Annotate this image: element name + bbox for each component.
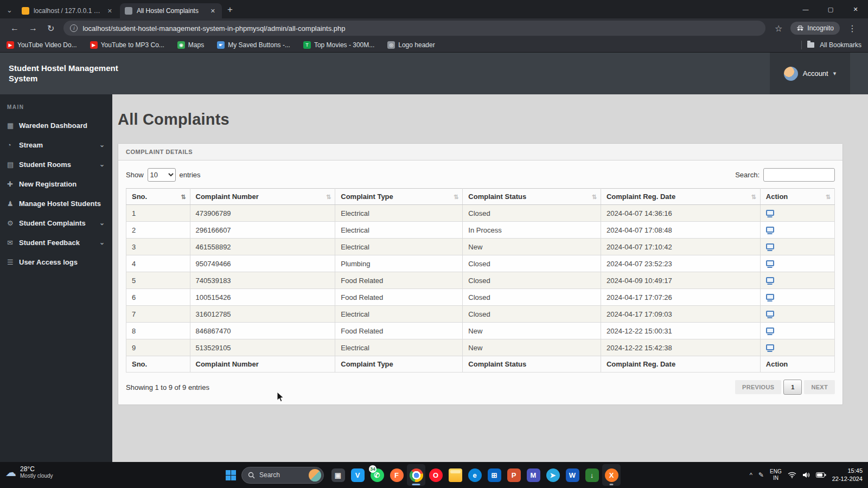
tab-close-icon[interactable]: ✕	[209, 7, 217, 15]
office-icon[interactable]: M	[524, 464, 542, 486]
view-complaint-icon[interactable]	[766, 311, 774, 317]
tab-phpmyadmin[interactable]: localhost / 127.0.0.1 / hostel | p... ✕	[17, 3, 119, 18]
chrome-icon[interactable]	[407, 464, 425, 486]
maximize-button[interactable]: ▢	[818, 0, 843, 18]
sidebar-item-wareden-dashboard[interactable]: ▦Wareden Dashboard	[0, 115, 112, 135]
sidebar-item-stream[interactable]: ◔Stream⌄	[0, 135, 112, 155]
cell: Food Related	[335, 272, 463, 289]
close-button[interactable]: ✕	[843, 0, 868, 18]
tab-all-complaints[interactable]: All Hostel Complaints ✕	[120, 3, 222, 18]
idm-icon[interactable]: ↓	[583, 464, 601, 486]
incognito-label: Incognito	[807, 24, 834, 32]
taskbar-search[interactable]: Search	[241, 467, 324, 484]
start-button[interactable]	[221, 464, 240, 486]
sidebar-item-label: Manage Hostel Students	[19, 200, 105, 208]
view-complaint-icon[interactable]	[766, 344, 774, 350]
battery-icon[interactable]	[816, 472, 826, 478]
column-header-complaint-number[interactable]: Complaint Number⇅	[190, 189, 335, 205]
column-header-label: Complaint Status	[468, 192, 526, 201]
bookmark-item-logo-header[interactable]: ◎Logo header	[387, 41, 435, 49]
footer-header-sno: Sno.	[126, 356, 190, 373]
reload-button[interactable]: ↻	[47, 23, 54, 34]
cell: 9	[126, 339, 190, 356]
incognito-badge: Incognito	[790, 22, 840, 35]
file-explorer-icon[interactable]	[446, 464, 464, 486]
logs-icon: ☰	[7, 258, 19, 266]
pen-icon[interactable]: ✎	[758, 471, 764, 479]
sidebar-item-student-feedback[interactable]: ✉Student Feedback⌄	[0, 233, 112, 252]
ms-store-icon[interactable]: ⊞	[485, 464, 503, 486]
view-complaint-icon[interactable]	[766, 210, 774, 216]
cell: New	[463, 239, 601, 255]
bookmark-item-my-saved-buttons[interactable]: ☛My Saved Buttons -...	[217, 41, 290, 49]
volume-icon[interactable]	[802, 472, 810, 478]
cell: 2024-04-07 23:52:23	[601, 255, 760, 272]
bookmark-item-youtube-to-mp3-co[interactable]: ▶YouTube to MP3 Co...	[90, 41, 164, 49]
view-complaint-icon[interactable]	[766, 328, 774, 333]
language-indicator[interactable]: ENG IN	[770, 468, 782, 482]
cell-action	[760, 306, 834, 323]
column-header-complaint-status[interactable]: Complaint Status⇅	[463, 189, 601, 205]
view-complaint-icon[interactable]	[766, 227, 774, 233]
view-complaint-icon[interactable]	[766, 243, 774, 249]
sidebar-section-label: MAIN	[0, 104, 112, 115]
whatsapp-icon[interactable]: 34✆	[368, 464, 386, 486]
tab-search-icon[interactable]: ⌄	[7, 6, 12, 14]
forward-button[interactable]: →	[29, 23, 37, 33]
search-input[interactable]	[763, 168, 835, 182]
cell-action	[760, 222, 834, 239]
site-info-icon[interactable]: i	[70, 24, 78, 32]
weather-widget[interactable]: ☁ 28°C Mostly cloudy	[5, 465, 53, 479]
word-icon[interactable]: W	[563, 464, 582, 486]
column-header-action[interactable]: Action⇅	[760, 189, 834, 205]
cell: In Process	[463, 222, 601, 239]
clock[interactable]: 15:45 22-12-2024	[832, 467, 863, 483]
avatar	[784, 67, 798, 81]
minimize-button[interactable]: —	[793, 0, 818, 18]
edge-icon[interactable]: e	[465, 464, 484, 486]
next-page-button[interactable]: NEXT	[804, 380, 835, 394]
previous-page-button[interactable]: PREVIOUS	[735, 380, 781, 394]
opera-icon[interactable]: O	[426, 464, 445, 486]
column-header-complaint-reg-date[interactable]: Complaint Reg. Date⇅	[601, 189, 760, 205]
sort-icon: ⇅	[751, 193, 756, 200]
task-view-icon[interactable]: ▣	[329, 464, 347, 486]
firefox-icon[interactable]: F	[387, 464, 406, 486]
cell: Electrical	[335, 339, 463, 356]
bookmark-item-youtube-video-do[interactable]: ▶YouTube Video Do...	[7, 41, 77, 49]
all-bookmarks[interactable]: All Bookmarks	[801, 41, 861, 49]
tray-expand-icon[interactable]: ^	[750, 472, 752, 478]
sidebar-item-new-registration[interactable]: ✚New Registration	[0, 174, 112, 194]
sidebar-item-manage-hostel-students[interactable]: ♟Manage Hostel Students	[0, 194, 112, 213]
sidebar-item-student-rooms[interactable]: ▤Student Rooms⌄	[0, 155, 112, 174]
new-tab-button[interactable]: +	[227, 4, 233, 15]
bookmark-star-icon[interactable]: ☆	[775, 23, 782, 34]
column-header-sno[interactable]: Sno.⇅	[126, 189, 190, 205]
account-menu[interactable]: Account ▾	[770, 53, 850, 94]
menu-icon[interactable]: ⋮	[848, 23, 857, 34]
bookmark-item-top-movies-300m[interactable]: TTop Movies - 300M...	[303, 41, 374, 49]
back-button[interactable]: ←	[10, 23, 19, 33]
current-page-button[interactable]: 1	[783, 380, 802, 395]
column-header-complaint-type[interactable]: Complaint Type⇅	[335, 189, 463, 205]
complaints-icon: ⚙	[7, 219, 19, 227]
url-bar[interactable]: i localhost/student-hostel-management-sy…	[63, 21, 765, 36]
taskbar-center: Search ▣V34✆FOe⊞PM➤W↓X	[221, 462, 621, 488]
bookmark-item-maps[interactable]: ◉Maps	[177, 41, 204, 49]
cell: 2024-12-22 15:00:31	[601, 323, 760, 339]
vscode-icon[interactable]: V	[348, 464, 367, 486]
table-row: 5740539183Food RelatedClosed2024-04-09 1…	[126, 272, 835, 289]
xampp-icon[interactable]: X	[602, 464, 621, 486]
bookmark-label: Logo header	[398, 41, 435, 49]
powerpoint-icon[interactable]: P	[505, 464, 523, 486]
view-complaint-icon[interactable]	[766, 294, 774, 300]
sidebar-item-student-complaints[interactable]: ⚙Student Complaints⌄	[0, 213, 112, 233]
page-length-select[interactable]: 10	[148, 168, 176, 182]
sidebar-item-user-access-logs[interactable]: ☰User Access logs	[0, 252, 112, 272]
telegram-icon[interactable]: ➤	[544, 464, 562, 486]
wifi-icon[interactable]	[788, 472, 796, 478]
view-complaint-icon[interactable]	[766, 277, 774, 283]
view-complaint-icon[interactable]	[766, 260, 774, 266]
tab-close-icon[interactable]: ✕	[106, 7, 114, 15]
tab-strip: ⌄ localhost / 127.0.0.1 / hostel | p... …	[0, 0, 868, 18]
